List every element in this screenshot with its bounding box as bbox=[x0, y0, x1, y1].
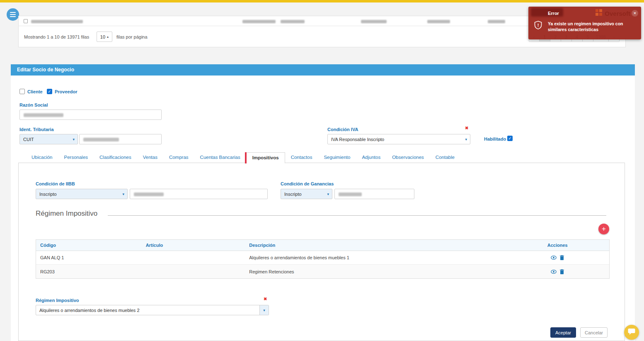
cliente-checkbox[interactable] bbox=[19, 89, 25, 94]
column-header-articulo[interactable]: Artículo bbox=[142, 243, 245, 248]
condicion-iva-select[interactable]: IVA Responsable Inscripto ▾ bbox=[327, 134, 470, 144]
tab-ventas[interactable]: Ventas bbox=[137, 152, 163, 163]
condicion-iibb-select[interactable]: Inscripto ▾ bbox=[36, 189, 128, 199]
tab-adjuntos[interactable]: Adjuntos bbox=[356, 152, 386, 163]
toast-title: Error bbox=[548, 11, 559, 16]
menu-icon bbox=[10, 12, 16, 13]
pagination-summary: Mostrando 1 a 10 de 13971 filas bbox=[24, 34, 89, 39]
chevron-down-icon: ▾ bbox=[327, 192, 329, 196]
tab-impositivos-label: Impositivos bbox=[252, 155, 279, 160]
proveedor-checkbox[interactable]: ✓ bbox=[47, 89, 52, 94]
row-actions bbox=[506, 255, 609, 260]
tab-ubicacion[interactable]: Ubicación bbox=[26, 152, 58, 163]
regimen-clear-button[interactable]: ✖ bbox=[264, 297, 267, 301]
blurred-cell bbox=[361, 20, 387, 23]
screen: Mostrando 1 a 10 de 13971 filas 10 ▴ fil… bbox=[0, 0, 644, 341]
add-regimen-button[interactable]: + bbox=[598, 224, 609, 234]
condicion-iibb-input[interactable] bbox=[130, 189, 268, 199]
row-actions bbox=[506, 269, 609, 274]
tab-contable[interactable]: Contable bbox=[430, 152, 460, 163]
blurred-cell bbox=[427, 20, 450, 23]
condicion-iva-value: IVA Responsable Inscripto bbox=[331, 137, 384, 142]
warning-shield-icon: ! bbox=[534, 21, 542, 31]
cancel-button[interactable]: Cancelar bbox=[580, 327, 608, 338]
regimen-impositivo-value: Alquileres o arrendamientos de bienes mu… bbox=[39, 308, 140, 313]
cell-descripcion: Regimen Retenciones bbox=[245, 269, 506, 274]
condicion-ganancias-label: Condición de Ganancias bbox=[281, 181, 334, 186]
proveedor-label: Proveedor bbox=[55, 89, 77, 94]
cell-codigo: GAN ALQ 1 bbox=[36, 255, 142, 260]
page-size-value: 10 bbox=[100, 34, 105, 39]
cell-descripcion: Alquileres o arrendamientos de bienes mu… bbox=[245, 255, 506, 260]
razon-social-label: Razón Social bbox=[19, 102, 48, 107]
oversoft-brand: Oversoft bbox=[596, 9, 630, 17]
blurred-cell bbox=[31, 20, 83, 23]
blurred-cell bbox=[242, 20, 276, 23]
column-header-acciones: Acciones bbox=[506, 243, 609, 248]
chevron-down-icon: ▾ bbox=[465, 137, 467, 141]
ident-tributaria-input[interactable] bbox=[79, 134, 162, 144]
error-toast: Oversoft Error ✕ ! Ya existe un regimen … bbox=[528, 7, 641, 39]
blurred-cell bbox=[281, 20, 305, 23]
condicion-iva-clear-button[interactable]: ✖ bbox=[465, 126, 468, 130]
ident-tributaria-select[interactable]: CUIT ▾ bbox=[19, 134, 78, 144]
accept-button[interactable]: Aceptar bbox=[550, 327, 576, 338]
regimen-impositivo-label: Régimen Impositivo bbox=[36, 298, 79, 303]
blurred-value bbox=[339, 192, 362, 196]
regimen-impositivo-select[interactable]: Alquileres o arrendamientos de bienes mu… bbox=[36, 305, 269, 315]
oversoft-logo-icon bbox=[596, 9, 602, 17]
tab-contactos[interactable]: Contactos bbox=[285, 152, 318, 163]
condicion-ganancias-value: Inscripto bbox=[284, 192, 302, 197]
chevron-down-icon: ▾ bbox=[122, 192, 124, 196]
plus-icon: + bbox=[602, 225, 606, 233]
tab-compras[interactable]: Compras bbox=[163, 152, 194, 163]
tab-bar: Ubicación Personales Clasificaciones Ven… bbox=[18, 152, 626, 163]
delete-trash-icon[interactable] bbox=[560, 269, 564, 274]
blurred-value bbox=[24, 113, 63, 117]
condicion-iibb-value: Inscripto bbox=[39, 192, 57, 197]
condicion-ganancias-select[interactable]: Inscripto ▾ bbox=[281, 189, 332, 199]
editor-title: Editar Socio de Negocio bbox=[11, 64, 635, 76]
tab-clasificaciones[interactable]: Clasificaciones bbox=[94, 152, 137, 163]
svg-text:!: ! bbox=[537, 23, 539, 28]
chevron-up-icon: ▴ bbox=[107, 35, 109, 39]
active-tab-indicator bbox=[245, 152, 247, 163]
blurred-value bbox=[83, 138, 119, 141]
tab-observaciones[interactable]: Observaciones bbox=[386, 152, 430, 163]
razon-social-input[interactable] bbox=[19, 110, 162, 120]
close-icon[interactable]: ✕ bbox=[632, 10, 638, 17]
regimen-section-title: Régimen Impositivo bbox=[36, 209, 97, 218]
habilitado-checkbox[interactable]: ✓ bbox=[507, 136, 513, 141]
delete-trash-icon[interactable] bbox=[560, 255, 564, 260]
top-accent-bar bbox=[0, 0, 644, 2]
toast-message: Ya existe un regimen impositivo con simi… bbox=[548, 21, 629, 32]
ident-tributaria-value: CUIT bbox=[23, 137, 34, 142]
view-eye-icon[interactable] bbox=[551, 270, 557, 274]
habilitado-label: Habilitado bbox=[484, 136, 506, 141]
column-header-codigo[interactable]: Código bbox=[36, 243, 142, 248]
chevron-down-icon: ▾ bbox=[259, 305, 269, 315]
page-size-select[interactable]: 10 ▴ bbox=[97, 32, 112, 42]
view-eye-icon[interactable] bbox=[551, 256, 557, 260]
chat-button[interactable] bbox=[624, 325, 639, 340]
column-header-descripcion[interactable]: Descripción bbox=[245, 243, 506, 248]
tab-impositivos[interactable]: Impositivos bbox=[246, 152, 285, 163]
blurred-cell bbox=[488, 20, 505, 23]
condicion-iibb-label: Condición de IIBB bbox=[36, 181, 75, 186]
ident-tributaria-label: Ident. Tributaria bbox=[19, 127, 54, 132]
menu-button[interactable] bbox=[7, 8, 19, 21]
cliente-label: Cliente bbox=[27, 89, 43, 94]
tab-seguimiento[interactable]: Seguimiento bbox=[318, 152, 356, 163]
chevron-down-icon: ▾ bbox=[73, 137, 75, 141]
regimen-table: Código Artículo Descripción Acciones GAN… bbox=[36, 239, 610, 279]
table-row: RG203 Regimen Retenciones bbox=[36, 265, 609, 278]
regimen-table-header: Código Artículo Descripción Acciones bbox=[36, 240, 609, 251]
row-checkbox[interactable] bbox=[24, 19, 28, 23]
cell-codigo: RG203 bbox=[36, 269, 142, 274]
condicion-ganancias-input[interactable] bbox=[334, 189, 414, 199]
page-size-suffix: filas por página bbox=[116, 34, 148, 39]
tab-cuentas-bancarias[interactable]: Cuentas Bancarias bbox=[194, 152, 246, 163]
impositivos-panel: Condición de IIBB Inscripto ▾ Condición … bbox=[18, 163, 625, 341]
chat-bubble-icon bbox=[628, 328, 635, 336]
tab-personales[interactable]: Personales bbox=[58, 152, 94, 163]
